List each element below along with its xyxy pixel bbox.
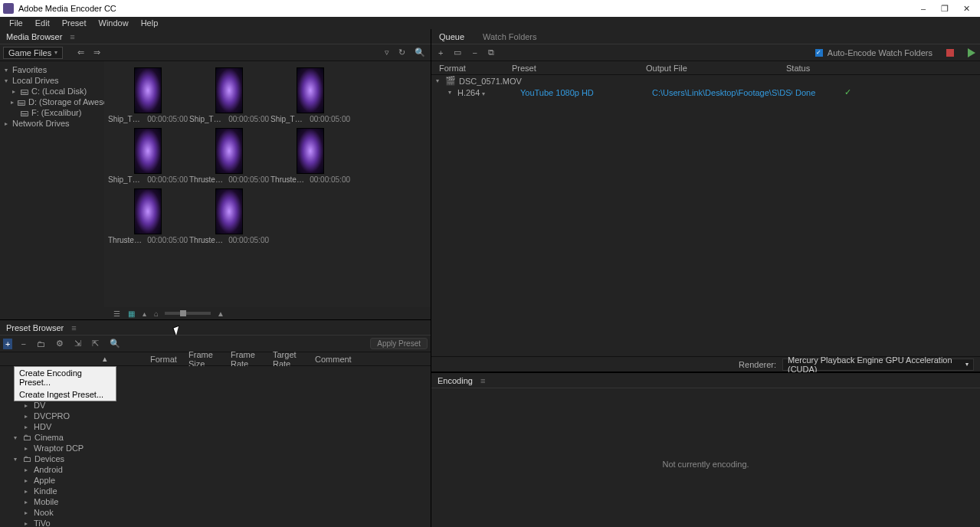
output-preset[interactable]: YouTube 1080p HD [520,88,649,97]
nav-back-icon[interactable]: ⇐ [75,47,87,57]
delete-preset-icon[interactable]: − [18,339,28,349]
apply-preset-button[interactable]: Apply Preset [370,338,428,349]
output-file[interactable]: C:\Users\Link\Desktop\Footage\S\DSC_0571… [652,88,792,97]
close-button[interactable]: ✕ [955,0,977,17]
list-view-icon[interactable]: ☰ [112,309,122,318]
chevron-icon[interactable]: ▸ [25,466,31,473]
panel-menu-icon[interactable] [480,376,485,385]
tree-drive-f[interactable]: 🖴F: (Excalibur) [0,107,104,118]
menu-preset[interactable]: Preset [56,17,93,29]
menu-file[interactable]: File [3,17,29,29]
thumbnail-item[interactable]: Thruster3.png00:00:05:00 [108,188,188,244]
menu-create-encoding-preset[interactable]: Create Encoding Preset... [15,367,116,388]
tree-drive-d[interactable]: ▸🖴D: (Storage of Awesomen [0,97,104,107]
preset-tree-item[interactable]: ▾🗀 Cinema [0,432,431,443]
thumbnail-item[interactable]: Ship_Thrus...00:00:05:00 [108,128,188,184]
menu-edit[interactable]: Edit [29,17,56,29]
chevron-icon[interactable]: ▸ [25,445,31,452]
maximize-button[interactable]: ❐ [934,0,955,17]
col-format[interactable]: Format [146,355,184,364]
search-icon[interactable]: 🔍 [412,47,428,57]
filter-icon[interactable]: ▿ [382,47,392,57]
auto-encode-checkbox[interactable]: ✓ [815,49,823,57]
filter-dropdown[interactable]: Game Files [3,47,63,59]
grid-view-icon[interactable]: ▦ [126,309,136,318]
chevron-icon[interactable]: ▸ [25,424,31,430]
menu-create-ingest-preset[interactable]: Create Ingest Preset... [15,388,116,401]
stop-queue-button[interactable] [946,49,954,57]
panel-menu-icon[interactable] [71,323,76,332]
preset-tree-item[interactable]: ▸Mobile [0,496,431,507]
preset-tree-item[interactable]: ▸Wraptor DCP [0,443,431,453]
col-frame-rate[interactable]: Frame Rate [226,350,268,368]
preset-tree-item[interactable]: ▾🗀 Devices [0,453,431,464]
search-preset-icon[interactable]: 🔍 [107,339,123,349]
chevron-icon[interactable]: ▸ [25,509,31,516]
tree-network-drives[interactable]: ▸Network Drives [0,118,104,129]
settings-icon[interactable]: ⚙ [54,339,66,349]
thumb-size-slider[interactable] [165,312,211,315]
col-comment[interactable]: Comment [310,355,356,364]
add-output-icon[interactable]: ▭ [451,47,464,57]
tree-favorites[interactable]: ▾Favorites [0,64,104,75]
output-format[interactable]: H.264 ▾ [457,88,517,97]
preset-tree-item[interactable]: ▸HDV [0,421,431,432]
chevron-icon[interactable]: ▸ [25,499,31,506]
menu-window[interactable]: Window [93,17,135,29]
col-queue-status[interactable]: Status [786,64,980,73]
tree-drive-c[interactable]: ▸🖴C: (Local Disk) [0,86,104,97]
col-queue-format[interactable]: Format [439,64,512,73]
col-queue-preset[interactable]: Preset [512,64,646,73]
queue-source-row[interactable]: ▾ 🎬 DSC_0571.MOV [431,75,980,87]
chevron-icon[interactable]: ▾ [14,434,20,441]
chevron-icon[interactable]: ▸ [25,520,31,527]
thumbnail-item[interactable]: Ship_Thrus...00:00:05:00 [108,67,188,123]
chevron-icon[interactable]: ▸ [25,477,31,484]
zoom-large-icon[interactable]: ▲ [215,309,226,318]
col-frame-size[interactable]: Frame Size [184,350,226,368]
remove-icon[interactable]: − [470,48,479,57]
zoom-small-icon[interactable]: ⌂ [152,309,160,318]
preset-tree-item[interactable]: ▸Nook [0,507,431,518]
nav-forward-icon[interactable]: ⇒ [91,47,103,57]
duplicate-icon[interactable]: ⧉ [486,47,497,57]
queue-output-row[interactable]: ▾ H.264 ▾ YouTube 1080p HD C:\Users\Link… [431,87,980,98]
chevron-down-icon[interactable]: ▾ [436,77,442,84]
preset-tree-item[interactable]: ▸Android [0,464,431,475]
preset-tree-item[interactable]: ▸DV [0,400,431,411]
preset-tree-item[interactable]: ▸TiVo [0,518,431,527]
chevron-icon[interactable]: ▸ [25,488,31,495]
add-source-icon[interactable]: + [436,48,445,57]
preset-tree-item[interactable]: ▸Apple [0,475,431,486]
refresh-icon[interactable]: ↻ [396,47,408,57]
tree-local-drives[interactable]: ▾Local Drives [0,75,104,86]
encoding-tab[interactable]: Encoding [436,375,474,387]
preset-browser-tab[interactable]: Preset Browser [5,322,65,334]
chevron-icon[interactable]: ▸ [25,402,31,409]
minimize-button[interactable]: – [913,0,934,17]
preset-tree-item[interactable]: ▸DVCPRO [0,411,431,421]
preset-tree-item[interactable]: ▸Kindle [0,486,431,496]
thumbnail-item[interactable]: Ship_Thrus...00:00:05:00 [270,67,350,123]
renderer-dropdown[interactable]: Mercury Playback Engine GPU Acceleration… [782,358,974,371]
chevron-icon[interactable]: ▸ [25,413,31,420]
add-preset-icon[interactable]: + [3,339,12,349]
zoom-out-icon[interactable]: ▴ [141,309,148,318]
watch-folders-tab[interactable]: Watch Folders [480,31,540,43]
menu-help[interactable]: Help [135,17,165,29]
col-queue-output[interactable]: Output File [646,64,786,73]
col-preset-name[interactable]: ▴ [0,354,146,364]
media-browser-tab[interactable]: Media Browser [5,31,64,43]
chevron-down-icon[interactable]: ▾ [448,89,454,96]
export-icon[interactable]: ⇱ [90,339,101,349]
panel-menu-icon[interactable] [70,32,74,41]
thumbnail-item[interactable]: Thruster2.png00:00:05:00 [270,128,350,184]
import-icon[interactable]: ⇲ [72,339,84,349]
queue-tab[interactable]: Queue [436,31,467,43]
new-group-icon[interactable]: 🗀 [34,339,48,349]
chevron-icon[interactable]: ▾ [14,456,20,463]
thumbnail-item[interactable]: Thruster1.png00:00:05:00 [189,128,269,184]
thumbnail-item[interactable]: Thruster4.png00:00:05:00 [189,188,269,244]
start-queue-button[interactable] [968,48,975,57]
col-target-rate[interactable]: Target Rate [268,350,310,368]
